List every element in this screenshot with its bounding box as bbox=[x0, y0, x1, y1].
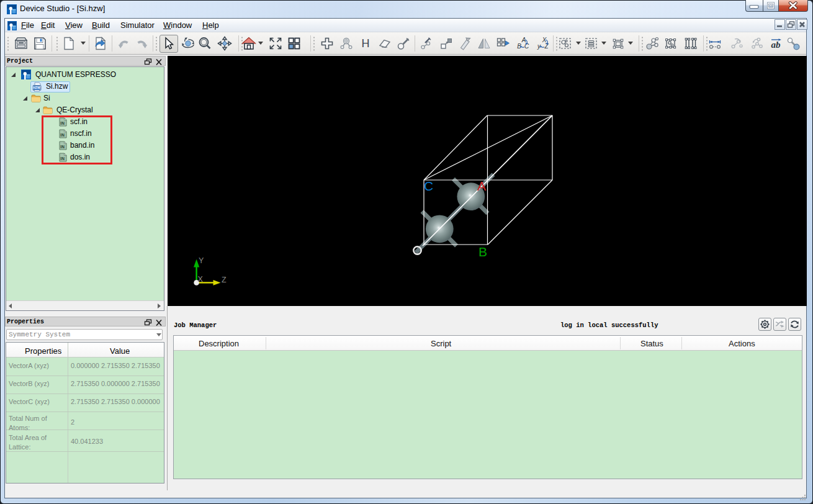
svg-text:X: X bbox=[198, 275, 204, 284]
svg-text:C: C bbox=[424, 179, 433, 193]
svg-text:Z: Z bbox=[222, 276, 227, 284]
svg-text:A: A bbox=[477, 179, 486, 193]
svg-text:Y: Y bbox=[199, 256, 204, 265]
svg-text:B: B bbox=[478, 245, 487, 259]
svg-text:ab: ab bbox=[771, 40, 781, 50]
svg-text:HZW: HZW bbox=[33, 86, 40, 89]
svg-text:H: H bbox=[362, 37, 370, 50]
